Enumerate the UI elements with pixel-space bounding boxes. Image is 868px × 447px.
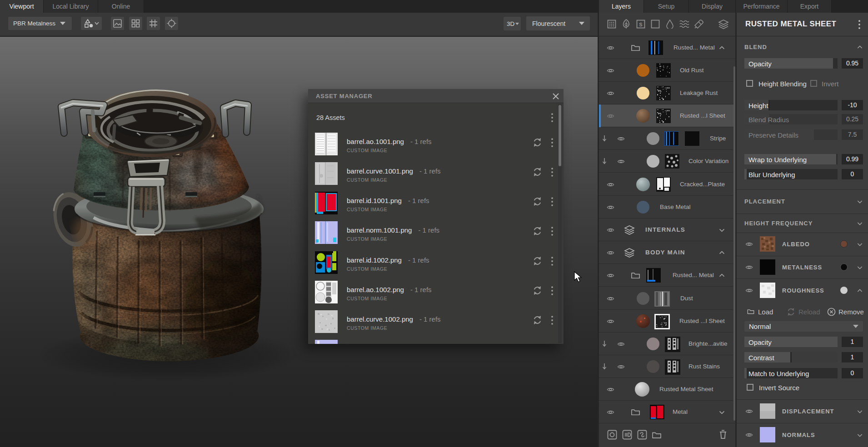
svg-text:S: S [639, 22, 642, 27]
